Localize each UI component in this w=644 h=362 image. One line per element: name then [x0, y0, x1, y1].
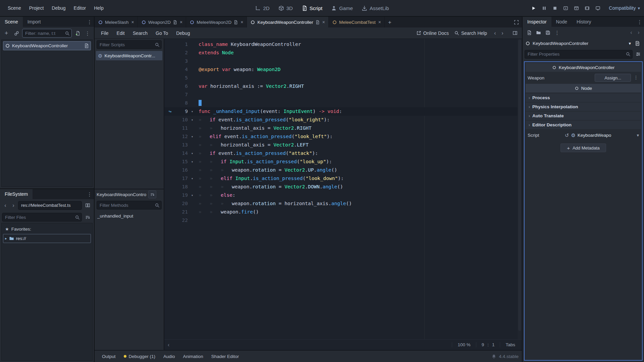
hscroll-left-icon[interactable]: ‹ — [168, 342, 169, 348]
section-editor-description[interactable]: ›Editor Description — [526, 121, 641, 129]
script-filter-input[interactable] — [97, 40, 162, 49]
fold-toggle-icon[interactable]: ▾ — [188, 107, 197, 116]
add-metadata-button[interactable]: + Add Metadata — [560, 143, 606, 152]
fold-toggle-icon[interactable]: ▾ — [188, 149, 197, 158]
file-filter-input[interactable] — [2, 213, 82, 222]
notification-bell-icon[interactable] — [491, 354, 496, 359]
distraction-free-button[interactable] — [511, 17, 522, 27]
property-filter-input[interactable] — [525, 50, 633, 59]
new-scene-tab-button[interactable]: + — [385, 17, 395, 27]
zoom-indicator[interactable]: 100 % — [452, 342, 476, 347]
script-menu-file[interactable]: File — [97, 29, 112, 38]
play-custom-scene-button[interactable] — [572, 4, 581, 12]
bottom-tab-animation[interactable]: Animation — [179, 351, 207, 362]
save-resource-button[interactable] — [543, 28, 552, 37]
remote-debug-button[interactable] — [593, 4, 602, 12]
history-back-button[interactable]: ‹ — [628, 28, 635, 37]
movie-maker-button[interactable] — [583, 4, 591, 12]
section-auto-translate[interactable]: ›Auto Translate — [526, 112, 641, 120]
script-menu-search[interactable]: Search — [129, 29, 151, 38]
inspected-object-row[interactable]: KeyboardWeaponController ▾ — [523, 38, 644, 48]
close-tab-icon[interactable]: × — [240, 19, 243, 25]
file-sort-button[interactable] — [83, 213, 92, 222]
scripts-panel-toggle-button[interactable] — [511, 29, 519, 38]
play-button[interactable] — [529, 4, 538, 12]
script-value[interactable]: KeyboardWeapo — [578, 133, 611, 138]
search-help-button[interactable]: Search Help — [454, 31, 487, 36]
inspector-menu-button[interactable]: ⋮ — [635, 17, 644, 27]
workspace-3d[interactable]: 3D — [278, 5, 293, 11]
scene-tab-weapon2d[interactable]: Weapon2D× — [138, 17, 186, 27]
new-resource-button[interactable] — [525, 28, 533, 37]
script-menu-debug[interactable]: Debug — [172, 29, 194, 38]
scene-tree[interactable]: KeyboardWeaponController — [1, 40, 93, 187]
fold-toggle-icon[interactable]: ▾ — [188, 116, 197, 124]
close-tab-icon[interactable]: × — [131, 19, 134, 25]
scene-dock-tab-import[interactable]: Import — [23, 17, 46, 27]
code-editor[interactable]: 1class_name KeyboardWeaponController2ext… — [164, 39, 522, 339]
filesystem-tab[interactable]: FileSystem — [0, 189, 33, 199]
property-tools-button[interactable] — [634, 50, 642, 58]
bottom-tab-shader-editor[interactable]: Shader Editor — [207, 351, 243, 362]
menu-debug[interactable]: Debug — [48, 4, 69, 12]
fold-toggle-icon[interactable]: ▾ — [188, 158, 197, 166]
history-forward-button[interactable]: › — [635, 28, 642, 37]
weapon-property-menu-button[interactable]: ⋮ — [633, 75, 639, 80]
stop-button[interactable] — [550, 4, 559, 12]
nav-forward-button[interactable]: › — [10, 201, 17, 209]
scene-dock-tab-scene[interactable]: Scene — [0, 17, 23, 27]
play-scene-button[interactable] — [561, 4, 570, 12]
add-node-button[interactable]: + — [2, 29, 11, 38]
bottom-tab-debugger-1[interactable]: Debugger (1) — [120, 351, 160, 362]
scene-tree-node[interactable]: KeyboardWeaponController — [3, 41, 91, 50]
reload-icon[interactable]: ↺ — [565, 133, 569, 138]
method-filter-input[interactable] — [97, 201, 162, 209]
fold-toggle-icon[interactable]: ▾ — [188, 191, 197, 199]
menu-scene[interactable]: Scene — [4, 4, 25, 12]
close-tab-icon[interactable]: × — [180, 19, 182, 25]
script-forward-button[interactable]: › — [499, 29, 506, 37]
toggle-split-mode-button[interactable] — [83, 201, 92, 210]
indent-mode[interactable]: Tabs — [500, 342, 521, 347]
favorites-row[interactable]: ★ Favorites: — [3, 225, 91, 233]
close-tab-icon[interactable]: × — [322, 19, 325, 25]
scene-dock-extra-menu-button[interactable]: ⋮ — [83, 31, 92, 36]
online-docs-button[interactable]: Online Docs — [416, 31, 449, 36]
section-physics-interpolation[interactable]: ›Physics Interpolation — [526, 103, 641, 111]
script-attached-icon[interactable] — [84, 43, 89, 48]
script-menu-go-to[interactable]: Go To — [152, 29, 172, 38]
scene-dock-menu-button[interactable]: ⋮ — [85, 17, 94, 27]
fold-toggle-icon[interactable]: ▾ — [188, 132, 197, 141]
open-docs-button[interactable] — [633, 39, 641, 47]
close-tab-icon[interactable]: × — [378, 19, 381, 25]
script-back-button[interactable]: ‹ — [492, 29, 498, 37]
menu-project[interactable]: Project — [25, 4, 48, 12]
workspace-script[interactable]: Script — [302, 5, 322, 11]
inspector-tab-history[interactable]: History — [572, 17, 596, 27]
chevron-down-icon[interactable]: ▾ — [629, 41, 631, 46]
file-tree[interactable]: ★ Favorites: ▸ res:// — [1, 223, 93, 361]
members-sort-button[interactable] — [148, 190, 156, 198]
script-menu-edit[interactable]: Edit — [113, 29, 128, 38]
load-resource-button[interactable] — [534, 28, 543, 37]
scene-filter-input[interactable] — [22, 29, 72, 38]
pause-button[interactable] — [540, 4, 548, 12]
menu-help[interactable]: Help — [90, 4, 107, 12]
workspace-game[interactable]: Game — [331, 5, 353, 11]
current-path[interactable]: res://MeleeCombatTest.ts — [18, 201, 82, 210]
scene-tab-meleeslash[interactable]: MeleeSlash× — [95, 17, 138, 27]
expander-icon[interactable]: ▸ — [5, 237, 7, 240]
scene-tab-keyboardweaponcontroller[interactable]: KeyboardWeaponController× — [247, 17, 329, 27]
res-root-item[interactable]: ▸ res:// — [3, 234, 91, 243]
renderer-select[interactable]: Compatibility ▾ — [609, 5, 640, 11]
scene-tab-meleecombattest[interactable]: MeleeCombatTest× — [329, 17, 385, 27]
instantiate-scene-button[interactable] — [12, 29, 21, 38]
bottom-tab-output[interactable]: Output — [98, 351, 120, 362]
menu-editor[interactable]: Editor — [70, 4, 90, 12]
chevron-down-icon[interactable]: ▾ — [637, 133, 639, 137]
method-list-item[interactable]: _unhandled_input — [97, 212, 161, 220]
attach-script-button[interactable] — [73, 29, 82, 38]
bottom-tab-audio[interactable]: Audio — [159, 351, 179, 362]
scene-tab-meleeweapon2d[interactable]: MeleeWeapon2D× — [186, 17, 247, 27]
script-list-item[interactable]: ⚙KeyboardWeaponContr... — [96, 51, 162, 60]
